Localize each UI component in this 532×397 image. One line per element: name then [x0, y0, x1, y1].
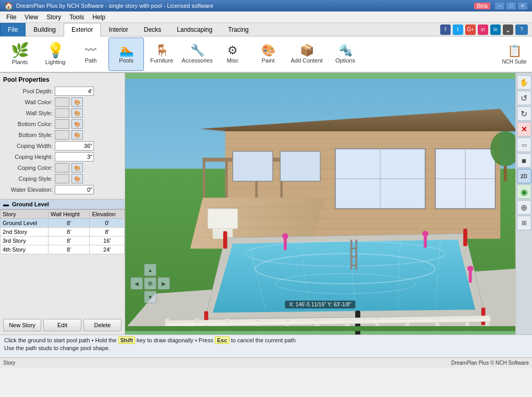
prop-pick-wall-color[interactable]: 🎨 — [71, 97, 83, 107]
svg-rect-35 — [504, 166, 507, 181]
menu-help[interactable]: Help — [88, 13, 110, 22]
prop-input-water-elev[interactable] — [55, 185, 94, 194]
table-row[interactable]: 3rd Story 8' 16' — [1, 237, 125, 245]
story-name: 2nd Story — [1, 228, 49, 237]
pin-tool-button[interactable]: ⊕ — [517, 200, 531, 215]
grid-tool-button[interactable]: ⊞ — [517, 216, 531, 230]
social-icons-area: f t G+ in in ⌄ ? — [440, 24, 532, 35]
cancel-tool-button[interactable]: ✕ — [517, 122, 531, 137]
prop-pick-wall-style[interactable]: 🎨 — [71, 108, 83, 118]
tool-options[interactable]: 🔩 Options — [328, 38, 363, 71]
furniture-icon: 🪑 — [155, 45, 169, 56]
nch-suite-button[interactable]: 📋 NCH Suite — [499, 38, 530, 71]
tab-building[interactable]: Building — [26, 23, 64, 36]
google-icon[interactable]: G+ — [465, 24, 476, 35]
prop-pick-bottom-style[interactable]: 🎨 — [71, 130, 83, 140]
prop-label-coping-width: Coping Width: — [3, 143, 53, 149]
prop-pick-bottom-color[interactable]: 🎨 — [71, 119, 83, 129]
svg-rect-58 — [284, 236, 287, 250]
nav-right-button[interactable]: ▶ — [158, 277, 170, 290]
menu-view[interactable]: View — [20, 13, 42, 22]
click-text: Click — [4, 337, 17, 343]
tool-add-content[interactable]: 📦 Add Content — [286, 38, 328, 71]
prop-color-coping-style[interactable] — [55, 174, 69, 183]
prop-pick-coping-style[interactable]: 🎨 — [71, 174, 83, 183]
prop-row-wall-color: Wall Color: 🎨 — [3, 97, 122, 107]
close-button[interactable]: ✕ — [517, 2, 528, 10]
nav-row-down: ▼ — [144, 291, 156, 303]
story-status-label: Story — [3, 360, 15, 366]
twitter-icon[interactable]: t — [453, 24, 463, 35]
orbit-tool-button[interactable]: ↺ — [517, 91, 531, 105]
menu-file[interactable]: File — [2, 13, 20, 22]
tool-pools[interactable]: 🏊 Pools — [108, 38, 144, 71]
delete-story-button[interactable]: Delete — [83, 319, 122, 331]
tool-lighting[interactable]: 💡 Lighting — [38, 38, 73, 71]
menu-tools[interactable]: Tools — [65, 13, 88, 22]
select-tool-button[interactable]: ▭ — [517, 138, 531, 152]
tool-accessories[interactable]: 🔧 Accessories — [179, 38, 215, 71]
view3d-tool-button[interactable]: ◼ — [517, 153, 531, 168]
tool-paint[interactable]: 🎨 Paint — [250, 38, 286, 71]
svg-rect-78 — [125, 326, 515, 331]
ground-level-title: Ground Level — [12, 201, 49, 207]
tab-decks[interactable]: Decks — [136, 23, 169, 36]
tool-furniture[interactable]: 🪑 Furniture — [144, 38, 179, 71]
maximize-button[interactable]: □ — [506, 2, 516, 10]
expand-icon[interactable]: ⌄ — [503, 24, 513, 35]
tool-plants[interactable]: 🌿 Plants — [2, 38, 38, 71]
3d-viewport[interactable]: ▲ ◀ ⊕ ▶ ▼ X: 146'-5 11/16" Y: 63'-1/8" — [125, 73, 515, 334]
table-row[interactable]: 2nd Story 8' 8' — [1, 228, 125, 237]
col-wall-height: Wall Height — [48, 210, 89, 219]
tool-misc-label: Misc — [227, 57, 239, 64]
prop-color-coping[interactable] — [55, 163, 69, 172]
nav-up-button[interactable]: ▲ — [144, 264, 156, 276]
tab-interior[interactable]: Interior — [101, 23, 136, 36]
instagram-icon[interactable]: in — [478, 24, 488, 35]
table-row[interactable]: 4th Story 8' 24' — [1, 245, 125, 254]
orbit2-tool-button[interactable]: ↻ — [517, 106, 531, 121]
facebook-icon[interactable]: f — [440, 24, 451, 35]
svg-rect-33 — [280, 151, 320, 181]
prop-color-wall-style[interactable] — [55, 108, 69, 118]
globe-tool-button[interactable]: ◉ — [517, 184, 531, 199]
prop-color-bottom[interactable] — [55, 119, 69, 129]
prop-input-coping-height[interactable] — [55, 152, 94, 162]
svg-rect-62 — [469, 269, 472, 283]
nav-down-button[interactable]: ▼ — [144, 291, 156, 303]
prop-label-coping-height: Coping Height: — [3, 154, 53, 160]
tab-file[interactable]: File — [0, 23, 26, 36]
tab-exterior[interactable]: Exterior — [64, 23, 101, 36]
minimize-button[interactable]: ─ — [494, 2, 505, 10]
edit-story-button[interactable]: Edit — [43, 319, 81, 331]
tab-tracing[interactable]: Tracing — [220, 23, 257, 36]
pools-icon: 🏊 — [119, 45, 134, 56]
prop-input-depth[interactable] — [55, 86, 94, 96]
nav-left-button[interactable]: ◀ — [130, 277, 143, 290]
tab-landscaping[interactable]: Landscaping — [169, 23, 220, 36]
tool-misc[interactable]: ⚙ Misc — [215, 38, 250, 71]
nav-center-button[interactable]: ⊕ — [144, 277, 156, 290]
story-name: Ground Level — [1, 219, 49, 228]
help-icon[interactable]: ? — [515, 24, 528, 35]
prop-pick-coping-color[interactable]: 🎨 — [71, 163, 83, 172]
hand-tool-button[interactable]: ✋ — [517, 75, 531, 90]
menu-story[interactable]: Story — [42, 13, 65, 22]
nch-suite-icon: 📋 — [507, 44, 522, 58]
left-panel: Pool Properties Pool Depth: Wall Color: … — [0, 73, 125, 334]
svg-rect-19 — [225, 158, 228, 198]
prop-row-coping-height: Coping Height: — [3, 152, 122, 162]
table-row[interactable]: Ground Level 8' 0' — [1, 219, 125, 228]
wall-height: 8' — [48, 237, 89, 245]
tool-path[interactable]: 〰 Path — [73, 38, 108, 71]
misc-icon: ⚙ — [227, 45, 238, 56]
linkedin-icon[interactable]: in — [490, 24, 501, 35]
instruction-suffix1: the ground to start pool path • Hold the — [18, 337, 118, 343]
collapse-icon[interactable]: ▬ — [3, 201, 9, 207]
prop-input-coping-width[interactable] — [55, 141, 94, 151]
titlebar: 🏠 DreamPlan Plus by NCH Software - singl… — [0, 0, 532, 11]
new-story-button[interactable]: New Story — [3, 319, 41, 331]
prop-color-bottom-style[interactable] — [55, 130, 69, 140]
2d-tool-button[interactable]: 2D — [517, 169, 531, 183]
prop-color-wall[interactable] — [55, 97, 69, 107]
